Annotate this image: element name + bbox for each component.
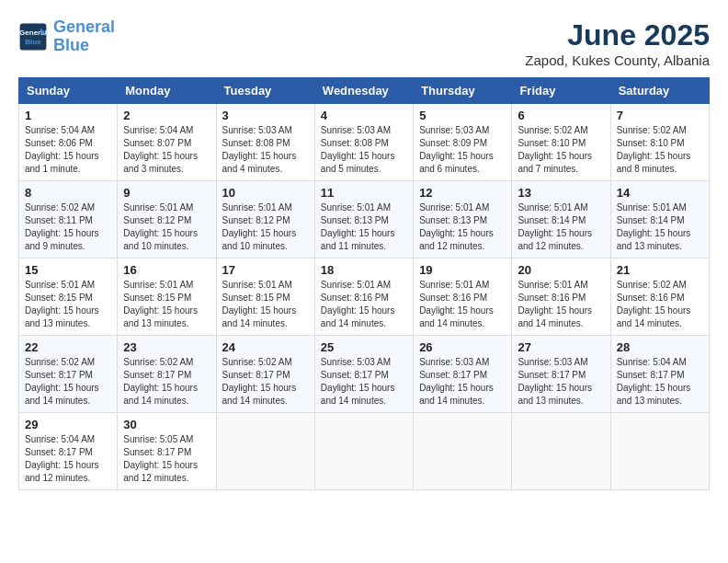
calendar-cell [512,413,610,490]
calendar-cell: 8Sunrise: 5:02 AM Sunset: 8:11 PM Daylig… [19,181,118,259]
calendar-cell: 11Sunrise: 5:01 AM Sunset: 8:13 PM Dayli… [314,181,413,259]
day-number: 5 [419,109,506,122]
day-info: Sunrise: 5:01 AM Sunset: 8:12 PM Dayligh… [222,201,309,253]
day-number: 23 [123,340,210,354]
calendar-cell: 12Sunrise: 5:01 AM Sunset: 8:13 PM Dayli… [414,181,512,259]
calendar-cell: 21Sunrise: 5:02 AM Sunset: 8:16 PM Dayli… [610,259,709,336]
calendar-cell: 20Sunrise: 5:01 AM Sunset: 8:16 PM Dayli… [512,259,610,336]
day-number: 10 [222,186,309,200]
calendar-week-4: 22Sunrise: 5:02 AM Sunset: 8:17 PM Dayli… [19,336,710,413]
calendar-week-3: 15Sunrise: 5:01 AM Sunset: 8:15 PM Dayli… [19,259,710,336]
calendar: SundayMondayTuesdayWednesdayThursdayFrid… [18,77,710,490]
day-number: 19 [419,263,506,277]
calendar-cell: 30Sunrise: 5:05 AM Sunset: 8:17 PM Dayli… [118,413,216,490]
calendar-cell: 16Sunrise: 5:01 AM Sunset: 8:15 PM Dayli… [118,259,216,336]
day-number: 3 [222,109,309,122]
day-number: 15 [25,263,111,277]
day-info: Sunrise: 5:01 AM Sunset: 8:13 PM Dayligh… [419,201,506,253]
day-number: 21 [617,263,703,277]
day-info: Sunrise: 5:04 AM Sunset: 8:06 PM Dayligh… [25,124,111,176]
calendar-cell: 25Sunrise: 5:03 AM Sunset: 8:17 PM Dayli… [314,336,413,413]
header: General Blue General Blue June 2025 Zapo… [18,18,710,68]
calendar-cell: 19Sunrise: 5:01 AM Sunset: 8:16 PM Dayli… [414,259,512,336]
day-info: Sunrise: 5:04 AM Sunset: 8:07 PM Dayligh… [123,124,210,176]
calendar-cell [314,413,413,490]
logo-icon: General Blue [18,22,48,52]
calendar-week-2: 8Sunrise: 5:02 AM Sunset: 8:11 PM Daylig… [19,181,710,259]
day-info: Sunrise: 5:03 AM Sunset: 8:08 PM Dayligh… [222,124,309,176]
day-number: 20 [518,263,604,277]
day-number: 7 [617,109,703,122]
calendar-cell: 14Sunrise: 5:01 AM Sunset: 8:14 PM Dayli… [610,181,709,259]
day-number: 25 [321,340,407,354]
day-number: 28 [617,340,703,354]
day-number: 29 [25,418,111,431]
calendar-cell: 4Sunrise: 5:03 AM Sunset: 8:08 PM Daylig… [314,104,413,181]
day-info: Sunrise: 5:04 AM Sunset: 8:17 PM Dayligh… [617,356,703,408]
weekday-header-wednesday: Wednesday [314,78,413,104]
day-number: 18 [321,263,407,277]
weekday-header-monday: Monday [118,78,216,104]
day-info: Sunrise: 5:04 AM Sunset: 8:17 PM Dayligh… [25,433,111,485]
calendar-cell: 17Sunrise: 5:01 AM Sunset: 8:15 PM Dayli… [216,259,314,336]
calendar-cell: 15Sunrise: 5:01 AM Sunset: 8:15 PM Dayli… [19,259,118,336]
day-number: 9 [123,186,210,200]
logo: General Blue General Blue [18,18,115,55]
day-info: Sunrise: 5:03 AM Sunset: 8:17 PM Dayligh… [419,356,506,408]
day-info: Sunrise: 5:01 AM Sunset: 8:14 PM Dayligh… [518,201,604,253]
day-number: 11 [321,186,407,200]
calendar-cell [610,413,709,490]
day-info: Sunrise: 5:01 AM Sunset: 8:16 PM Dayligh… [419,279,506,330]
day-info: Sunrise: 5:03 AM Sunset: 8:09 PM Dayligh… [419,124,506,176]
weekday-header-thursday: Thursday [414,78,512,104]
calendar-cell: 13Sunrise: 5:01 AM Sunset: 8:14 PM Dayli… [512,181,610,259]
day-info: Sunrise: 5:02 AM Sunset: 8:17 PM Dayligh… [123,356,210,408]
day-info: Sunrise: 5:05 AM Sunset: 8:17 PM Dayligh… [123,433,210,485]
day-number: 4 [321,109,407,122]
day-info: Sunrise: 5:01 AM Sunset: 8:12 PM Dayligh… [123,201,210,253]
day-info: Sunrise: 5:01 AM Sunset: 8:16 PM Dayligh… [321,279,407,330]
calendar-cell: 7Sunrise: 5:02 AM Sunset: 8:10 PM Daylig… [610,104,709,181]
calendar-body: 1Sunrise: 5:04 AM Sunset: 8:06 PM Daylig… [19,104,710,490]
calendar-cell [216,413,314,490]
day-info: Sunrise: 5:01 AM Sunset: 8:15 PM Dayligh… [25,279,111,330]
calendar-cell: 5Sunrise: 5:03 AM Sunset: 8:09 PM Daylig… [414,104,512,181]
day-info: Sunrise: 5:03 AM Sunset: 8:17 PM Dayligh… [518,356,604,408]
day-info: Sunrise: 5:01 AM Sunset: 8:15 PM Dayligh… [222,279,309,330]
calendar-cell: 27Sunrise: 5:03 AM Sunset: 8:17 PM Dayli… [512,336,610,413]
calendar-cell: 29Sunrise: 5:04 AM Sunset: 8:17 PM Dayli… [19,413,118,490]
day-number: 6 [518,109,604,122]
day-info: Sunrise: 5:01 AM Sunset: 8:14 PM Dayligh… [617,201,703,253]
day-number: 30 [123,418,210,431]
calendar-cell: 3Sunrise: 5:03 AM Sunset: 8:08 PM Daylig… [216,104,314,181]
day-info: Sunrise: 5:02 AM Sunset: 8:17 PM Dayligh… [222,356,309,408]
weekday-header-sunday: Sunday [19,78,118,104]
day-info: Sunrise: 5:02 AM Sunset: 8:16 PM Dayligh… [617,279,703,330]
calendar-cell: 28Sunrise: 5:04 AM Sunset: 8:17 PM Dayli… [610,336,709,413]
day-info: Sunrise: 5:01 AM Sunset: 8:16 PM Dayligh… [518,279,604,330]
weekday-header-tuesday: Tuesday [216,78,314,104]
day-info: Sunrise: 5:01 AM Sunset: 8:15 PM Dayligh… [123,279,210,330]
day-number: 17 [222,263,309,277]
day-number: 13 [518,186,604,200]
calendar-cell: 26Sunrise: 5:03 AM Sunset: 8:17 PM Dayli… [414,336,512,413]
day-number: 27 [518,340,604,354]
svg-text:Blue: Blue [25,38,41,46]
calendar-cell: 9Sunrise: 5:01 AM Sunset: 8:12 PM Daylig… [118,181,216,259]
day-info: Sunrise: 5:02 AM Sunset: 8:17 PM Dayligh… [25,356,111,408]
day-number: 1 [25,109,111,122]
day-number: 2 [123,109,210,122]
day-info: Sunrise: 5:02 AM Sunset: 8:10 PM Dayligh… [518,124,604,176]
day-number: 16 [123,263,210,277]
calendar-cell: 1Sunrise: 5:04 AM Sunset: 8:06 PM Daylig… [19,104,118,181]
day-number: 14 [617,186,703,200]
calendar-week-5: 29Sunrise: 5:04 AM Sunset: 8:17 PM Dayli… [19,413,710,490]
calendar-cell: 10Sunrise: 5:01 AM Sunset: 8:12 PM Dayli… [216,181,314,259]
day-info: Sunrise: 5:03 AM Sunset: 8:08 PM Dayligh… [321,124,407,176]
title-area: June 2025 Zapod, Kukes County, Albania [525,18,710,68]
calendar-cell: 2Sunrise: 5:04 AM Sunset: 8:07 PM Daylig… [118,104,216,181]
weekday-header-row: SundayMondayTuesdayWednesdayThursdayFrid… [19,78,710,104]
day-number: 24 [222,340,309,354]
day-number: 12 [419,186,506,200]
day-number: 8 [25,186,111,200]
